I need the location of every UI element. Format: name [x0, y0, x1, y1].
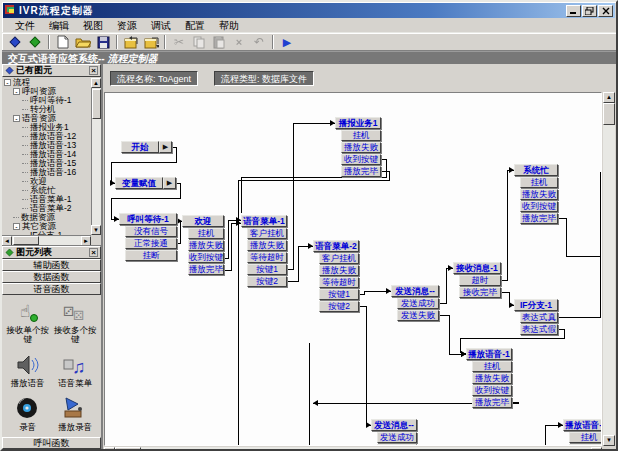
- canvas-vertical-scrollbar[interactable]: ▲ ▼: [603, 92, 615, 446]
- save-button[interactable]: [93, 34, 113, 50]
- menu-资源[interactable]: 资源: [110, 19, 144, 32]
- node-title[interactable]: 语音菜单-1: [241, 215, 287, 227]
- node-title[interactable]: 呼叫等待-1: [119, 213, 177, 225]
- node-port-播放完毕[interactable]: 播放完毕: [472, 397, 512, 408]
- open-button[interactable]: [73, 34, 93, 50]
- menu-文件[interactable]: 文件: [8, 19, 42, 32]
- node-port-播放失败[interactable]: 播放失败: [520, 189, 558, 200]
- flow-node-start[interactable]: 开始▶: [121, 141, 159, 153]
- flow-node-call-wait-1[interactable]: 呼叫等待-1没有信号正常接通挂断: [119, 213, 177, 261]
- undo-button[interactable]: ↶: [249, 34, 269, 50]
- node-port-等待超时[interactable]: 等待超时: [319, 277, 359, 288]
- node-port-收到按键[interactable]: 收到按键: [341, 154, 381, 165]
- cut-button[interactable]: ✂: [169, 34, 189, 50]
- flow-node-send-msg-1[interactable]: 发送消息--发送成功发送失败: [391, 285, 439, 321]
- menu-编辑[interactable]: 编辑: [42, 19, 76, 32]
- tab-数据函数[interactable]: 数据函数: [2, 271, 101, 283]
- node-port-收到按键[interactable]: 收到按键: [472, 385, 512, 396]
- tab-call-functions[interactable]: 呼叫函数: [2, 437, 101, 449]
- node-port-播放完毕[interactable]: 播放完毕: [341, 166, 381, 177]
- node-port-没有信号[interactable]: 没有信号: [125, 226, 177, 237]
- export-flow-button[interactable]: [25, 34, 45, 50]
- node-port-播放失败[interactable]: 播放失败: [472, 373, 512, 384]
- node-port-挂机[interactable]: 挂机: [188, 228, 224, 239]
- flow-node-assign-var[interactable]: 变量赋值▶: [115, 177, 163, 189]
- node-port-客户挂机[interactable]: 客户挂机: [247, 228, 287, 239]
- tile-record[interactable]: 录音: [4, 396, 52, 432]
- flow-node-welcome[interactable]: 欢迎挂机播放失败收到按键播放完毕: [182, 215, 224, 275]
- node-port-播放失败[interactable]: 播放失败: [341, 142, 381, 153]
- copy-button[interactable]: [189, 34, 209, 50]
- menu-视图[interactable]: 视图: [76, 19, 110, 32]
- node-port-发送失败[interactable]: 发送失败: [397, 310, 439, 321]
- flow-node-if-branch-1[interactable]: IF分支-1表达式真表达式假: [514, 299, 558, 335]
- tile-play-voice[interactable]: 播放语音: [4, 352, 52, 388]
- upload-flow-button[interactable]: [121, 34, 141, 50]
- flow-node-voice-menu-1[interactable]: 语音菜单-1客户挂机播放失败等待超时按键1按键2: [241, 215, 287, 287]
- panel-close-icon[interactable]: ×: [89, 66, 98, 75]
- delete-button[interactable]: ×: [229, 34, 249, 50]
- run-button[interactable]: ▶: [277, 34, 297, 50]
- flow-name-field[interactable]: 流程名称: ToAgent: [110, 71, 198, 86]
- panel-close-icon[interactable]: ×: [89, 248, 98, 257]
- node-title[interactable]: 变量赋值: [115, 177, 163, 189]
- node-port-发送失败[interactable]: 发送失败: [377, 444, 417, 446]
- tile-receive-multi-key[interactable]: ⚂⚄接收多个按键: [52, 299, 100, 344]
- node-port-按键1[interactable]: 按键1: [247, 264, 287, 275]
- node-port-表达式假[interactable]: 表达式假: [520, 324, 558, 335]
- node-title[interactable]: 播放语音-1: [466, 348, 512, 360]
- flow-node-voice-menu-2[interactable]: 语音菜单-2客户挂机播放失败等待超时按键1按键2: [313, 240, 359, 312]
- new-button[interactable]: [53, 34, 73, 50]
- node-title[interactable]: 接收消息-1: [453, 262, 501, 274]
- node-port-按键2[interactable]: 按键2: [247, 276, 287, 287]
- menu-调试[interactable]: 调试: [144, 19, 178, 32]
- node-title[interactable]: IF分支-1: [514, 299, 558, 311]
- node-output-port[interactable]: ▶: [159, 141, 172, 153]
- tree-vertical-scrollbar[interactable]: ▲▼: [91, 78, 101, 235]
- node-port-客户挂机[interactable]: 客户挂机: [319, 253, 359, 264]
- tree-expander-icon[interactable]: -: [13, 115, 20, 122]
- node-output-port[interactable]: ▶: [163, 177, 176, 189]
- minimize-button[interactable]: [566, 5, 581, 17]
- node-port-接收完毕[interactable]: 接收完毕: [459, 287, 501, 298]
- node-port-收到按键[interactable]: 收到按键: [520, 201, 558, 212]
- paste-button[interactable]: [209, 34, 229, 50]
- node-port-播放完毕[interactable]: 播放完毕: [188, 264, 224, 275]
- node-title[interactable]: 播报业务1: [335, 117, 381, 129]
- node-port-正常接通[interactable]: 正常接通: [125, 238, 177, 249]
- flow-node-send-msg-2[interactable]: 发送消息--发送成功发送失败: [371, 419, 417, 446]
- tile-receive-single-key[interactable]: ☝接收单个按键: [4, 299, 52, 344]
- node-port-挂机[interactable]: 挂机: [569, 432, 602, 443]
- restore-button[interactable]: [582, 5, 597, 17]
- flow-type-field[interactable]: 流程类型: 数据库文件: [214, 71, 314, 86]
- tab-语音函数[interactable]: 语音函数: [2, 283, 101, 295]
- flow-node-play-voice-1[interactable]: 播放语音-1挂机播放失败收到按键播放完毕: [466, 348, 512, 408]
- node-port-播放失败[interactable]: 播放失败: [188, 240, 224, 251]
- tree-expander-icon[interactable]: -: [4, 79, 11, 86]
- node-port-挂机[interactable]: 挂机: [341, 130, 381, 141]
- menu-帮助[interactable]: 帮助: [212, 19, 246, 32]
- node-port-按键1[interactable]: 按键1: [319, 289, 359, 300]
- canvas-horizontal-scrollbar[interactable]: ◄ ►: [104, 447, 602, 449]
- node-title[interactable]: 欢迎: [182, 215, 224, 227]
- node-port-挂断[interactable]: 挂断: [125, 250, 177, 261]
- import-flow-button[interactable]: [5, 34, 25, 50]
- tree-expander-icon[interactable]: -: [13, 88, 20, 95]
- node-port-播放完毕[interactable]: 播放完毕: [520, 213, 558, 224]
- menu-配置[interactable]: 配置: [178, 19, 212, 32]
- node-port-表达式真[interactable]: 表达式真: [520, 312, 558, 323]
- node-title[interactable]: 开始: [121, 141, 159, 153]
- tree-horizontal-scrollbar[interactable]: ◄►: [2, 235, 91, 245]
- node-port-按键2[interactable]: 按键2: [319, 301, 359, 312]
- node-port-播放失败[interactable]: 播放失败: [569, 444, 602, 446]
- node-port-发送成功[interactable]: 发送成功: [397, 298, 439, 309]
- flow-node-play-voice-1b[interactable]: 播放语音-1挂机播放失败收到按键播放完毕: [563, 419, 602, 446]
- node-port-播放失败[interactable]: 播放失败: [247, 240, 287, 251]
- tile-play-record[interactable]: 播放录音: [52, 396, 100, 432]
- node-port-挂机[interactable]: 挂机: [520, 177, 558, 188]
- node-port-播放失败[interactable]: 播放失败: [319, 265, 359, 276]
- flow-node-recv-msg-1[interactable]: 接收消息-1超时接收完毕: [453, 262, 501, 298]
- flow-node-sys-busy[interactable]: 系统忙挂机播放失败收到按键播放完毕: [514, 164, 558, 224]
- node-title[interactable]: 语音菜单-2: [313, 240, 359, 252]
- tab-辅助函数[interactable]: 辅助函数: [2, 259, 101, 271]
